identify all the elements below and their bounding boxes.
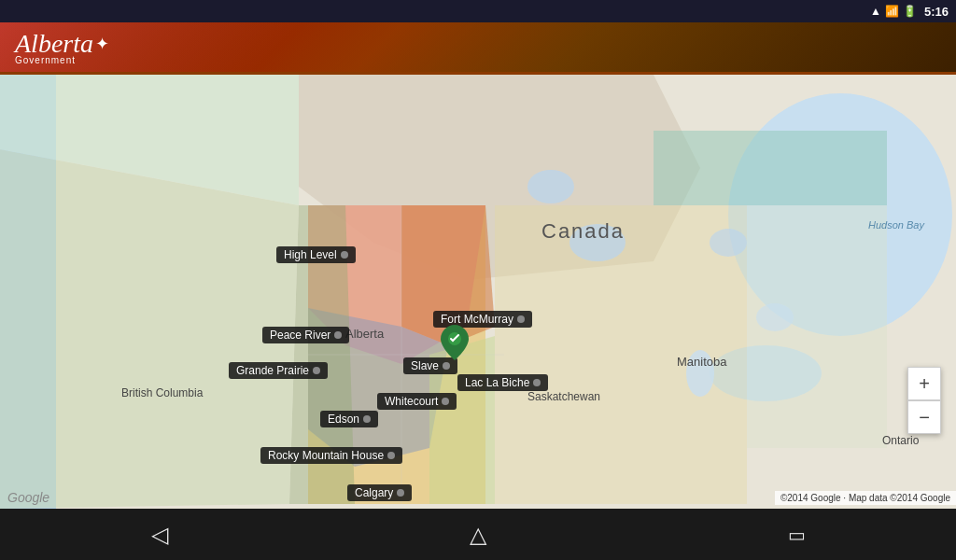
canada-label: Canada — [541, 219, 625, 244]
map-attribution: ©2014 Google · Map data ©2014 Google — [775, 491, 956, 505]
signal-icon: 📶 — [885, 5, 899, 18]
calgary-label[interactable]: Calgary — [347, 484, 412, 501]
grande-prairie-label[interactable]: Grande Prairie — [229, 362, 328, 379]
zoom-controls: + − — [907, 367, 941, 434]
zoom-out-button[interactable]: − — [907, 400, 941, 434]
wifi-icon: ▲ — [870, 5, 881, 18]
logo-icon: ✦ — [95, 34, 109, 54]
bc-label: British Columbia — [121, 386, 203, 399]
high-level-label[interactable]: High Level — [276, 246, 356, 263]
home-button[interactable]: △ — [470, 522, 486, 548]
hudson-bay-label: Hudson Bay — [868, 219, 924, 231]
whitecourt-label[interactable]: Whitecourt — [377, 393, 457, 410]
map-svg — [0, 75, 956, 509]
lac-la-biche-label[interactable]: Lac La Biche — [457, 374, 548, 391]
logo-area: Alberta ✦ Government — [15, 29, 109, 65]
app-bar: Alberta ✦ Government — [0, 22, 956, 75]
rocky-mtn-house-label[interactable]: Rocky Mountain House — [260, 447, 402, 464]
back-button[interactable]: ◁ — [151, 522, 168, 548]
sk-label: Saskatchewan — [527, 390, 600, 403]
on-label: Ontario — [882, 434, 919, 447]
svg-point-5 — [756, 303, 794, 331]
recent-apps-button[interactable]: ▭ — [788, 524, 806, 546]
svg-point-8 — [710, 229, 747, 257]
status-bar: ▲ 📶 🔋 5:16 — [0, 0, 956, 22]
clock: 5:16 — [924, 5, 949, 19]
edson-label[interactable]: Edson — [320, 411, 378, 427]
battery-icon: 🔋 — [903, 5, 917, 18]
alberta-label: Alberta — [345, 327, 384, 341]
peace-river-label[interactable]: Peace River — [262, 327, 349, 343]
svg-point-7 — [527, 170, 574, 203]
map-pin-icon — [441, 325, 469, 360]
mb-label: Manitoba — [677, 355, 726, 369]
bottom-nav-bar: ◁ △ ▭ — [0, 509, 956, 560]
selected-marker[interactable] — [441, 325, 469, 364]
map-container[interactable]: Canada Alberta British Columbia Saskatch… — [0, 75, 956, 509]
zoom-in-button[interactable]: + — [907, 367, 941, 400]
status-icons: ▲ 📶 🔋 5:16 — [870, 5, 949, 19]
google-logo: Google — [7, 490, 49, 505]
logo-text: Alberta — [15, 29, 93, 59]
